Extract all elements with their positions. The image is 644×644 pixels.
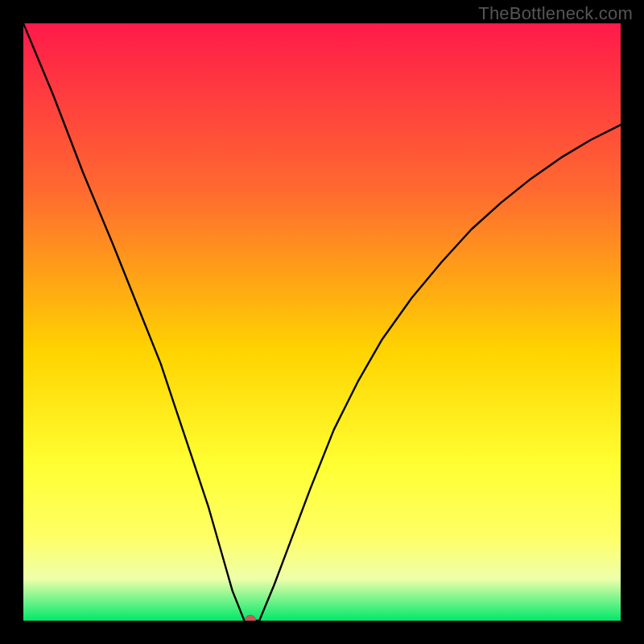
watermark-text: TheBottleneck.com — [478, 3, 633, 24]
plot-area — [23, 23, 621, 621]
chart-svg — [23, 23, 621, 621]
chart-frame: TheBottleneck.com — [0, 0, 644, 644]
gradient-background — [23, 23, 621, 621]
